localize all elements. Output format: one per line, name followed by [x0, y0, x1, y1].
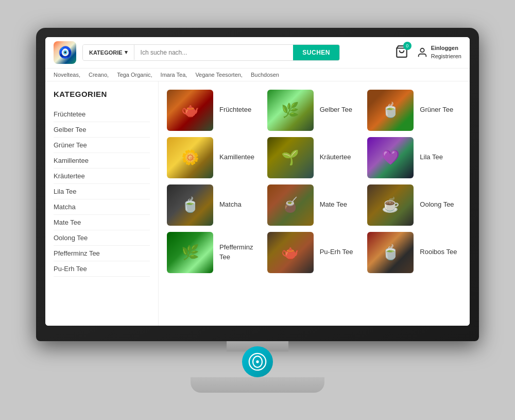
category-thumb-gelber-tee: 🌿 — [267, 90, 314, 131]
sidebar-items-container: FrüchteteeGelber TeeGrüner TeeKamillente… — [54, 107, 150, 277]
sidebar: KATEGORIEN FrüchteteeGelber TeeGrüner Te… — [45, 81, 159, 326]
category-card-lila-tee[interactable]: 💜Lila Tee — [367, 137, 461, 178]
header-right: 0 Einloggen Registrieren — [395, 44, 461, 60]
brand-link[interactable]: Tega Organic, — [117, 72, 152, 78]
category-thumb-pu-erh-tee: 🫖 — [267, 232, 314, 273]
category-label-pu-erh-tee: Pu-Erh Tee — [320, 247, 353, 257]
sidebar-item[interactable]: Lila Tee — [54, 184, 150, 199]
monitor-wrapper: 🧿 KATEGORIE ▾ SUCHEN — [36, 28, 479, 393]
thumb-icon-mate-tee: 🧉 — [267, 184, 314, 226]
category-thumb-pfefferminz-tee: 🌿 — [167, 232, 213, 273]
category-card-gelber-tee[interactable]: 🌿Gelber Tee — [267, 90, 362, 131]
sidebar-item[interactable]: Kräutertee — [54, 169, 150, 184]
category-thumb-oolong-tee: ☕ — [367, 184, 414, 226]
category-label-fruechtetee: Früchtetee — [219, 105, 251, 114]
sidebar-item[interactable]: Gelber Tee — [54, 122, 150, 138]
cart-badge: 0 — [403, 42, 411, 50]
chevron-down-icon: ▾ — [125, 49, 128, 56]
category-card-oolong-tee[interactable]: ☕Oolong Tee — [367, 184, 461, 226]
thumb-icon-gelber-tee: 🌿 — [267, 90, 314, 131]
sidebar-item[interactable]: Kamillentee — [54, 153, 150, 169]
sidebar-title: KATEGORIEN — [54, 90, 150, 98]
logo-area[interactable]: 🧿 — [54, 41, 76, 64]
category-thumb-rooibos-tee: 🍵 — [367, 232, 414, 273]
category-label-kraeutertee: Kräutertee — [320, 153, 351, 162]
category-thumb-lila-tee: 💜 — [367, 137, 414, 178]
category-card-mate-tee[interactable]: 🧉Mate Tee — [267, 184, 362, 226]
thumb-icon-oolong-tee: ☕ — [367, 184, 414, 226]
screen-content: 🧿 KATEGORIE ▾ SUCHEN — [45, 37, 470, 326]
category-label-gruener-tee: Grüner Tee — [420, 105, 453, 114]
login-link[interactable]: Einloggen — [431, 44, 461, 52]
search-input[interactable] — [134, 45, 294, 60]
search-area: KATEGORIE ▾ SUCHEN — [82, 44, 340, 61]
category-label-rooibos-tee: Rooibos Tee — [420, 247, 457, 257]
category-label-kamillentee: Kamillentee — [219, 153, 254, 162]
category-card-fruechtetee[interactable]: 🫖Früchtetee — [167, 90, 261, 131]
svg-point-1 — [420, 48, 424, 52]
monitor-screen: 🧿 KATEGORIE ▾ SUCHEN — [45, 37, 470, 326]
category-thumb-matcha: 🍵 — [167, 184, 213, 226]
category-card-rooibos-tee[interactable]: 🍵Rooibos Tee — [367, 232, 461, 273]
svg-point-3 — [256, 360, 259, 363]
auth-links: Einloggen Registrieren — [431, 44, 461, 60]
sidebar-item[interactable]: Pu-Erh Tee — [54, 261, 150, 277]
category-label-mate-tee: Mate Tee — [320, 200, 347, 209]
category-label-pfefferminz-tee: Pfefferminz Tee — [219, 243, 261, 261]
sidebar-item[interactable]: Mate Tee — [54, 215, 150, 230]
category-thumb-mate-tee: 🧉 — [267, 184, 314, 226]
category-label-gelber-tee: Gelber Tee — [320, 105, 352, 114]
category-label-oolong-tee: Oolong Tee — [420, 200, 454, 209]
kategorie-dropdown-btn[interactable]: KATEGORIE ▾ — [83, 45, 134, 60]
cart-icon-wrapper[interactable]: 0 — [395, 45, 408, 60]
header: 🧿 KATEGORIE ▾ SUCHEN — [45, 37, 470, 69]
category-card-pfefferminz-tee[interactable]: 🌿Pfefferminz Tee — [167, 232, 261, 273]
brand-link[interactable]: Vegane Teesorten, — [195, 72, 243, 78]
content-area: 🫖Früchtetee🌿Gelber Tee🍵Grüner Tee🌼Kamill… — [159, 81, 470, 326]
register-link[interactable]: Registrieren — [431, 53, 461, 60]
category-card-matcha[interactable]: 🍵Matcha — [167, 184, 261, 226]
thumb-icon-gruener-tee: 🍵 — [367, 90, 414, 131]
brand-link[interactable]: Novelteas, — [54, 72, 80, 78]
kategorie-label: KATEGORIE — [89, 49, 123, 56]
category-label-lila-tee: Lila Tee — [420, 153, 443, 162]
category-card-gruener-tee[interactable]: 🍵Grüner Tee — [367, 90, 461, 131]
sidebar-item[interactable]: Grüner Tee — [54, 138, 150, 153]
category-label-matcha: Matcha — [219, 200, 242, 209]
sidebar-item[interactable]: Pfefferminz Tee — [54, 246, 150, 261]
category-card-kamillentee[interactable]: 🌼Kamillentee — [167, 137, 261, 178]
user-icon — [417, 47, 428, 58]
search-button[interactable]: SUCHEN — [293, 45, 339, 60]
thumb-icon-matcha: 🍵 — [167, 184, 213, 226]
category-thumb-kamillentee: 🌼 — [167, 137, 213, 178]
brand-link[interactable]: Imara Tea, — [161, 72, 187, 78]
brand-link[interactable]: Buchdosen — [251, 72, 279, 78]
category-grid: 🫖Früchtetee🌿Gelber Tee🍵Grüner Tee🌼Kamill… — [167, 90, 461, 273]
thumb-icon-kamillentee: 🌼 — [167, 137, 213, 178]
thumb-icon-fruechtetee: 🫖 — [167, 90, 213, 131]
sidebar-item[interactable]: Matcha — [54, 199, 150, 215]
thumb-icon-lila-tee: 💜 — [367, 137, 414, 178]
category-thumb-kraeutertee: 🌱 — [267, 137, 314, 178]
brand-link[interactable]: Creano, — [89, 72, 109, 78]
category-card-kraeutertee[interactable]: 🌱Kräutertee — [267, 137, 362, 178]
site-logo: 🧿 — [54, 41, 76, 64]
sidebar-item[interactable]: Früchtetee — [54, 107, 150, 122]
monitor-bezel: 🧿 KATEGORIE ▾ SUCHEN — [36, 28, 479, 341]
thumb-icon-rooibos-tee: 🍵 — [367, 232, 414, 273]
category-card-pu-erh-tee[interactable]: 🫖Pu-Erh Tee — [267, 232, 362, 273]
brand-bar: Novelteas,Creano,Tega Organic,Imara Tea,… — [45, 69, 470, 81]
thumb-icon-pfefferminz-tee: 🌿 — [167, 232, 213, 273]
monitor-stand-logo — [242, 346, 273, 377]
monitor-stand-base — [191, 377, 324, 393]
category-thumb-gruener-tee: 🍵 — [367, 90, 414, 131]
auth-area: Einloggen Registrieren — [417, 44, 461, 60]
sidebar-item[interactable]: Oolong Tee — [54, 230, 150, 246]
thumb-icon-pu-erh-tee: 🫖 — [267, 232, 314, 273]
main-layout: KATEGORIEN FrüchteteeGelber TeeGrüner Te… — [45, 81, 470, 326]
category-thumb-fruechtetee: 🫖 — [167, 90, 213, 131]
thumb-icon-kraeutertee: 🌱 — [267, 137, 314, 178]
